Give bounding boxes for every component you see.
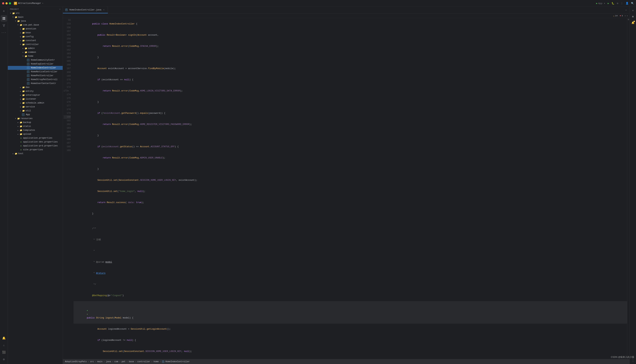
sidebar-item-service[interactable]: ▶ 📁 service — [8, 105, 63, 109]
svg-rect-2 — [3, 18, 4, 20]
warning-count[interactable]: ⚠ 14 ● 3 ∧ ∨ — [613, 14, 628, 17]
settings-icon[interactable]: ⚙ — [617, 2, 618, 5]
folder-icon: 📁 — [22, 39, 25, 42]
sidebar-item-HomeIndexController[interactable]: ▶ C HomeIndexController — [8, 66, 63, 70]
sidebar-item-App[interactable]: ▶ C App — [8, 113, 63, 116]
sidebar-item-config[interactable]: ▶ 📁 config — [8, 35, 63, 39]
sidebar-item-admin[interactable]: ▶ 📁 admin — [8, 46, 63, 50]
breadcrumb-sep: › — [112, 360, 113, 363]
sidebar-item-com-pet-base[interactable]: ▶ 📁 com.pet.base — [8, 23, 63, 27]
structure-icon[interactable]: m — [630, 14, 635, 19]
sidebar-item-util[interactable]: ▶ 📁 util — [8, 109, 63, 113]
sidebar-item-HomeNoticeController[interactable]: ▶ C HomeNoticeController — [8, 70, 63, 74]
sidebar-item-site-properties[interactable]: ▶ ⚙ site.properties — [8, 148, 63, 152]
project-tree-icon[interactable] — [1, 15, 7, 22]
sidebar-item-constant[interactable]: ▶ 📁 constant — [8, 39, 63, 42]
sidebar-item-label: annotion — [26, 28, 36, 30]
sidebar-item-backup[interactable]: ▶ 📁 backup — [8, 120, 63, 124]
profile-icon[interactable]: 👤 — [625, 2, 628, 5]
more-icon[interactable]: ⋮ — [621, 2, 623, 5]
properties-icon: ⚙ — [20, 144, 22, 147]
code-line-158: Account existAccount = accountService.fi… — [74, 63, 627, 74]
chevron-right-icon: ▶ — [19, 102, 22, 104]
code-line-173: /** — [74, 223, 627, 234]
sidebar-item-main[interactable]: ▶ 📁 main — [8, 15, 63, 19]
chevron-right-icon: ▶ — [19, 35, 22, 38]
terminal-icon[interactable]: ⬛ — [1, 349, 7, 356]
code-line-182: if (loginedAccount != null) { — [74, 335, 627, 346]
minimap-scrollbar[interactable] — [627, 18, 629, 359]
sidebar-item-HomeStrayPetControll[interactable]: ▶ C HomeStrayPetControll — [8, 78, 63, 82]
more-icon[interactable]: ··· — [1, 30, 7, 36]
sidebar-item-interceptor[interactable]: ▶ 📁 interceptor — [8, 93, 63, 97]
sidebar-item-label: resources — [21, 117, 33, 120]
minimize-window-button[interactable] — [6, 2, 8, 4]
breadcrumb-item-home[interactable]: home — [153, 360, 159, 363]
run-icon: ▶ — [596, 2, 597, 5]
sidebar-item-home[interactable]: ▶ 📁 home — [8, 54, 63, 58]
breadcrumb-item-file[interactable]: C HomeIndexController — [162, 360, 190, 363]
sidebar-item-bean[interactable]: ▶ 📁 bean — [8, 31, 63, 35]
breadcrumb-item-base[interactable]: base — [129, 360, 134, 363]
problems-icon[interactable]: ⚠ — [1, 342, 7, 348]
sidebar-item-static[interactable]: ▶ 📁 static — [8, 124, 63, 128]
sidebar-item-label: App — [26, 114, 30, 116]
notifications-icon[interactable]: 🔔 — [1, 335, 7, 341]
breadcrumb-item-com[interactable]: com — [114, 360, 118, 363]
sidebar-item-schedule-admin[interactable]: ▶ 📁 schedule.admin — [8, 101, 63, 105]
settings-sidebar-icon[interactable]: ⚙ — [1, 356, 7, 362]
breadcrumb-item-pet[interactable]: pet — [122, 360, 125, 363]
sidebar-item-upload[interactable]: ▶ 📁 upload — [8, 132, 63, 136]
breadcrumb-item-main[interactable]: main — [97, 360, 102, 363]
folder-icon: 📁 — [25, 47, 27, 50]
code-line-183: SessionUtil.set(SessionConstant.SESSION_… — [74, 346, 627, 357]
sidebar-chevron[interactable]: ▾ — [59, 8, 61, 10]
sidebar-item-listener[interactable]: ▶ 📁 listener — [8, 97, 63, 101]
sidebar-item-HomeUserCenterContr[interactable]: ▶ C HomeUserCenterContr — [8, 82, 63, 86]
sidebar-item-HomeCommunityContr[interactable]: ▶ C HomeCommunityContr — [8, 58, 63, 62]
close-window-button[interactable] — [2, 2, 4, 4]
active-tab[interactable]: C HomeIndexController.java × — [63, 7, 108, 13]
sidebar-item-common[interactable]: ▶ 📁 common — [8, 50, 63, 54]
sidebar-item-label: listener — [26, 98, 36, 100]
folder-icon: 📁 — [22, 35, 25, 38]
search-icon[interactable]: 🔍 — [631, 2, 634, 5]
sidebar-item-templates[interactable]: ▶ 📁 templates — [8, 128, 63, 132]
sidebar-item-HomePetController[interactable]: ▶ C HomePetController — [8, 74, 63, 78]
hamburger-menu-icon[interactable]: ≡ — [1, 8, 7, 14]
expand-warnings-icon[interactable]: ∧ — [625, 15, 626, 17]
breadcrumb-item-src[interactable]: src — [90, 360, 94, 363]
java-file-icon: C — [27, 63, 30, 65]
breadcrumb-item-controller[interactable]: controller — [137, 360, 150, 363]
sidebar-item-test[interactable]: ▶ 📁 test — [8, 152, 63, 156]
breadcrumb-item-root[interactable]: AdoptionStrayPets — [65, 360, 87, 363]
sidebar-item-application-prd-properties[interactable]: ▶ ⚙ application-prd.properties — [8, 144, 63, 148]
breadcrumb-item-java[interactable]: java — [106, 360, 111, 363]
sidebar-item-src[interactable]: ▶ 📁 src — [8, 11, 63, 15]
bookmarks-icon[interactable]: ≡ — [630, 8, 635, 13]
sidebar-item-HomeFaqController[interactable]: ▶ C HomeFaqController — [8, 62, 63, 66]
tab-more-icon[interactable]: ⋯ — [624, 8, 628, 12]
sidebar-item-application-dev-properties[interactable]: ▶ ⚙ application-dev.properties — [8, 140, 63, 144]
app-name: AttractionsManager — [18, 2, 41, 4]
sidebar-item-controller[interactable]: ▶ 📁 controller — [8, 42, 63, 46]
git-icon[interactable] — [1, 22, 7, 29]
run-button[interactable]: ▶ — [608, 2, 609, 5]
maximize-window-button[interactable] — [9, 2, 11, 4]
collapse-warnings-icon[interactable]: ∨ — [627, 15, 628, 17]
code-editor[interactable]: public class HomeIndexController { publi… — [72, 18, 627, 359]
svg-line-7 — [3, 25, 4, 26]
sidebar-item-label: interceptor — [26, 94, 40, 96]
sidebar-item-java[interactable]: ▶ 📁 java — [8, 19, 63, 23]
run-config-label[interactable]: ▶ App ▾ — [596, 2, 605, 5]
debug-button[interactable]: 🐛 — [611, 2, 614, 5]
sidebar-item-annotion[interactable]: ▶ 📁 annotion — [8, 27, 63, 31]
notifications-right-icon[interactable]: 🔔 — [630, 20, 635, 25]
sidebar-item-resources[interactable]: ▶ 📁 resources — [8, 116, 63, 120]
sidebar-item-application-properties[interactable]: ▶ ⚙ application.properties — [8, 136, 63, 140]
chevron-down-icon[interactable]: ▾ — [42, 2, 44, 4]
sidebar-item-dao[interactable]: ▶ 📁 dao — [8, 86, 63, 89]
sidebar-item-label: upload — [23, 133, 31, 136]
sidebar-item-entity[interactable]: ▶ 📁 entity — [8, 89, 63, 93]
close-tab-button[interactable]: × — [102, 8, 105, 11]
